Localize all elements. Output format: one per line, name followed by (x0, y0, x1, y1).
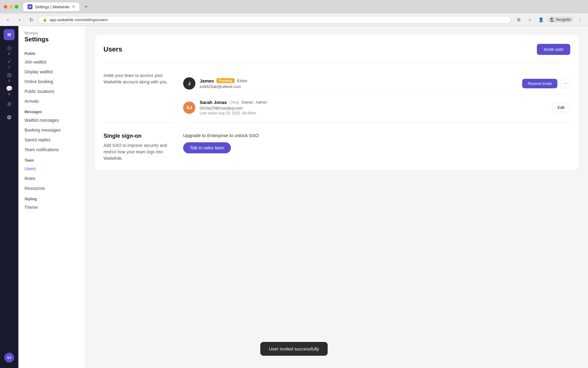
nav-item-public-locations[interactable]: Public locations (18, 86, 85, 96)
nav-section-messages: Messages (18, 106, 85, 115)
refresh-button[interactable]: ↻ (27, 15, 36, 24)
more-options-button-james[interactable]: ··· (560, 79, 570, 88)
nav-item-roles[interactable]: Roles (18, 174, 85, 183)
checkin-badge: 1 (8, 66, 10, 69)
nav-item-users[interactable]: Users (18, 164, 85, 174)
browser-chrome: W Settings | Waitwhile ✕ + ‹ › ↻ 🔒 app.w… (0, 0, 588, 26)
main-content: Users Invite user Invite your team to ac… (86, 26, 588, 368)
nav-section-public: Public (18, 48, 85, 57)
user-avatar-bottom[interactable]: SJ (4, 353, 14, 362)
messages-badge: 0 (8, 93, 10, 96)
sso-section: Single sign-on Add SSO to improve securi… (104, 130, 570, 162)
browser-tab[interactable]: W Settings | Waitwhile ✕ (23, 2, 79, 11)
maximize-window-button[interactable] (15, 5, 18, 9)
sidebar-icon-messages[interactable]: 💬 0 (3, 84, 15, 97)
address-bar[interactable]: 🔒 app.waitwhile.com/settings/users (39, 16, 511, 24)
toast-notification: User invited successfully (260, 342, 328, 356)
nav-item-team-notifications[interactable]: Team notifications (18, 145, 85, 155)
role-james: Editor (237, 79, 247, 83)
avatar-sarah: SJ (183, 102, 195, 114)
sso-description: Add SSO to improve security and restrict… (104, 142, 171, 162)
address-text: app.waitwhile.com/settings/users (50, 17, 507, 22)
back-button[interactable]: ‹ (4, 15, 12, 24)
user-name-sarah: Sarah Jonas (200, 100, 227, 105)
nav-section-styling: Styling (18, 193, 85, 202)
user-info-james: James Pending Editor e46629ab@uifeed.com (200, 78, 518, 89)
app-avatar[interactable]: M (4, 29, 15, 40)
users-invite-section: Invite your team to access your Waitwhil… (104, 70, 570, 120)
sso-upgrade-text: Upgrade to Enterprise to unlock SSO (183, 133, 570, 138)
invite-description: Invite your team to access your Waitwhil… (104, 72, 171, 120)
nav-item-display-waitlist[interactable]: Display waitlist (18, 67, 85, 77)
page-title: Users (104, 45, 122, 53)
bookings-badge: 0 (8, 79, 10, 82)
sidebar-icon-settings[interactable]: ⚙ (3, 111, 15, 124)
brand-name: Moodjoy (24, 31, 79, 35)
integrations-icon: ⊕ (7, 101, 12, 107)
users-card: Users Invite user Invite your team to ac… (95, 35, 579, 170)
you-label-sarah: (You) (229, 100, 239, 105)
avatar-james: J (183, 77, 195, 90)
menu-button[interactable]: ⋮ (576, 15, 584, 24)
incognito-icon: 🕵 (550, 17, 555, 22)
divider-1 (104, 62, 570, 63)
close-window-button[interactable] (4, 5, 7, 9)
nav-item-theme[interactable]: Theme (18, 202, 85, 212)
sso-right: Upgrade to Enterprise to unlock SSO Talk… (183, 133, 570, 162)
forward-button[interactable]: › (15, 15, 24, 24)
talk-to-sales-button[interactable]: Talk to sales team (183, 142, 231, 153)
edit-button-sarah[interactable]: Edit (552, 103, 570, 112)
bookings-icon: ⊞ (7, 72, 12, 79)
nav-item-online-booking[interactable]: Online booking (18, 77, 85, 86)
bookmark-button[interactable]: ☆ (526, 15, 534, 24)
waitlist-badge: 6 (8, 52, 10, 56)
nav-item-join-waitlist[interactable]: Join waitlist (18, 57, 85, 67)
user-actions-james: Resend invite ··· (522, 79, 570, 88)
sidebar-icon-waitlist[interactable]: ⊙ 6 (3, 44, 15, 56)
nav-item-resources[interactable]: Resources (18, 183, 85, 193)
messages-icon: 💬 (6, 85, 13, 92)
nav-section-team: Team (18, 155, 85, 164)
tab-close-button[interactable]: ✕ (72, 5, 75, 9)
nav-item-saved-replies[interactable]: Saved replies (18, 135, 85, 145)
role-sarah: Owner (241, 100, 253, 105)
icon-sidebar: M ⊙ 6 ✓ 1 ⊞ 0 💬 0 ⊕ ⚙ SJ (0, 26, 18, 368)
waitlist-icon: ⊙ (7, 45, 12, 52)
nav-item-arrivals[interactable]: Arrivals (18, 96, 85, 106)
user-actions-sarah: Edit (552, 103, 570, 112)
nav-item-waitlist-messages[interactable]: Waitlist messages (18, 115, 85, 125)
user-row-sarah: SJ Sarah Jonas (You) Owner Admin 001fa27… (183, 95, 570, 120)
settings-icon: ⚙ (7, 114, 12, 121)
minimize-window-button[interactable] (9, 5, 13, 9)
divider-2 (104, 123, 570, 123)
sso-left: Single sign-on Add SSO to improve securi… (104, 133, 171, 162)
incognito-label: Incognito (556, 17, 571, 22)
sidebar-icon-checkin[interactable]: ✓ 1 (3, 57, 15, 70)
admin-badge-sarah: Admin (256, 100, 267, 105)
new-tab-button[interactable]: + (82, 2, 90, 11)
users-list: J James Pending Editor e46629ab@uifeed.c… (183, 72, 570, 120)
nav-sidebar: Moodjoy Settings Public Join waitlist Di… (18, 26, 86, 368)
email-sarah: 001fa27f@moodjoy.com (200, 106, 548, 110)
resend-invite-button[interactable]: Resend invite (522, 79, 557, 88)
pending-badge-james: Pending (217, 78, 235, 83)
sso-title: Single sign-on (104, 133, 171, 139)
settings-title: Settings (24, 36, 79, 43)
lock-icon: 🔒 (43, 17, 47, 22)
profile-button[interactable]: 👤 (537, 15, 545, 24)
user-row-james: J James Pending Editor e46629ab@uifeed.c… (183, 72, 570, 95)
tab-favicon: W (28, 4, 32, 9)
user-name-james: James (200, 78, 214, 83)
incognito-badge: 🕵 Incognito (548, 17, 573, 23)
tab-title: Settings | Waitwhile (35, 5, 70, 9)
email-james: e46629ab@uifeed.com (200, 84, 518, 89)
invite-user-button[interactable]: Invite user (537, 44, 570, 55)
sidebar-icon-bookings[interactable]: ⊞ 0 (3, 71, 15, 83)
user-info-sarah: Sarah Jonas (You) Owner Admin 001fa27f@m… (200, 100, 548, 115)
checkin-icon: ✓ (7, 58, 12, 65)
sidebar-icon-integrations[interactable]: ⊕ (3, 98, 15, 110)
nav-item-booking-messages[interactable]: Booking messages (18, 125, 85, 135)
extensions-button[interactable]: ⊞ (514, 15, 523, 24)
last-active-sarah: Last active Aug 29, 2022, 09:48am (200, 111, 548, 115)
browser-window-controls (4, 5, 18, 9)
